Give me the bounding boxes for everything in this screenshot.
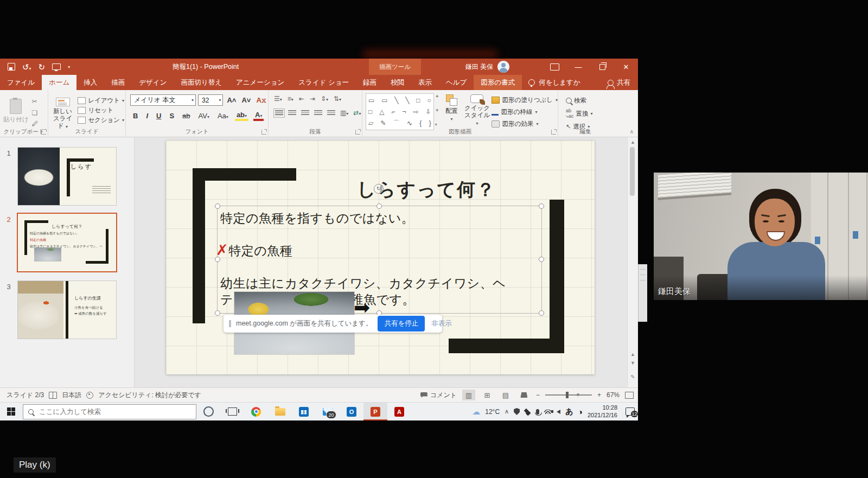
shadow-button[interactable]: S	[168, 112, 176, 120]
decrease-indent-button[interactable]: ⇤	[299, 95, 304, 103]
normal-view-button[interactable]: ▥	[462, 390, 475, 400]
microphone-icon[interactable]	[536, 409, 539, 415]
zoom-level[interactable]: 67%	[607, 391, 620, 399]
align-center-button[interactable]	[288, 110, 296, 116]
format-painter-icon[interactable]: 🖉	[32, 120, 39, 129]
slide-body-line1[interactable]: 特定の魚種を指すものではない。	[220, 210, 414, 227]
shape-outline-button[interactable]: 図形の枠線▾	[492, 106, 558, 117]
slide-sorter-view-button[interactable]: ⊞	[481, 390, 494, 400]
previous-slide-icon[interactable]: ▲▼	[628, 350, 638, 367]
shape-fill-button[interactable]: 図形の塗りつぶし▾	[492, 94, 558, 105]
ime-mode-indicator[interactable]: あ	[565, 407, 573, 417]
taskbar-search-box[interactable]	[23, 404, 196, 419]
resize-handle[interactable]	[539, 203, 544, 209]
redo-icon[interactable]: ↻	[39, 63, 46, 71]
reading-view-button[interactable]: ▤	[499, 390, 512, 400]
highlight-color-button[interactable]: ab▾	[235, 111, 248, 121]
network-icon[interactable]	[544, 409, 552, 414]
share-button[interactable]: 共有	[608, 75, 630, 90]
text-direction-button[interactable]: ⇅▾	[334, 95, 341, 103]
start-button[interactable]	[7, 407, 15, 416]
tab-review[interactable]: 校閲	[384, 75, 411, 90]
slide-body-line3[interactable]: 幼生は主にカタクチイワシ、カタクチイワシ、ヘ	[220, 275, 506, 292]
task-view-button[interactable]	[220, 403, 244, 420]
new-slide-button[interactable]: 新しいスライド ▾	[52, 93, 74, 130]
undo-icon[interactable]: ↺▾	[22, 63, 31, 71]
replace-button[interactable]: ab⤷ac置換▾	[566, 109, 612, 118]
tab-design[interactable]: デザイン	[132, 75, 174, 90]
font-dialog-launcher-icon[interactable]	[261, 130, 266, 135]
strikethrough-button[interactable]: ab	[181, 112, 192, 120]
fit-to-window-icon[interactable]	[625, 392, 634, 399]
avatar[interactable]	[497, 61, 509, 73]
shapes-gallery-scroll[interactable]: ▲▼▾	[435, 93, 439, 127]
comments-button[interactable]: コメント	[420, 391, 457, 400]
convert-smartart-button[interactable]: ⇄▾	[353, 109, 361, 117]
scrollbar-thumb[interactable]	[630, 147, 635, 196]
shapes-gallery[interactable]: ▭▭╲╲□○ □△⌐¬⇨⇩ ▱✎⌒∿{}	[366, 93, 434, 130]
hide-banner-button[interactable]: 非表示	[431, 319, 452, 328]
tab-record[interactable]: 録画	[356, 75, 384, 90]
change-case-button[interactable]: Aa▾	[216, 112, 230, 120]
slideshow-view-button[interactable]	[518, 390, 531, 400]
zoom-out-button[interactable]: −	[536, 391, 540, 399]
columns-button[interactable]: ▥▾	[340, 109, 348, 117]
numbering-button[interactable]: ≡▾	[288, 95, 293, 103]
zoom-slider[interactable]	[545, 394, 592, 396]
weather-icon[interactable]: ☁	[472, 407, 480, 417]
slide-thumbnail-2-selected[interactable]: しらすって何？ 特定の魚種を指すものではない。 特定の魚種 幼生は主にカタクチイ…	[18, 214, 116, 271]
cut-icon[interactable]: ✂	[32, 98, 39, 106]
shrink-font-button[interactable]: A˅	[240, 96, 252, 104]
section-button[interactable]: セクション▾	[78, 115, 124, 125]
speaker-icon[interactable]	[557, 410, 560, 414]
drawing-dialog-launcher-icon[interactable]	[551, 130, 556, 135]
tab-shape-format[interactable]: 図形の書式	[474, 75, 522, 90]
close-button[interactable]: ✕	[614, 59, 638, 75]
tab-transitions[interactable]: 画面切り替え	[174, 75, 229, 90]
accessibility-status[interactable]: アクセシビリティ: 検討が必要です	[98, 391, 201, 400]
slide-body-line2[interactable]: 特定の魚種	[228, 244, 292, 258]
restore-button[interactable]	[590, 59, 614, 75]
paragraph-dialog-launcher-icon[interactable]	[355, 130, 360, 135]
clear-formatting-button[interactable]: A𝚡	[254, 96, 268, 105]
line-spacing-button[interactable]: ⇕▾	[321, 95, 328, 103]
hidden-icons-chevron[interactable]: ∧	[505, 408, 509, 415]
webcam-video-tile[interactable]: 鎌田美保	[654, 173, 868, 300]
bold-button[interactable]: B	[131, 112, 139, 120]
taskbar-store[interactable]	[292, 403, 316, 420]
slide-canvas[interactable]: しらすって何？ ↻ 特定の魚種を指すものではない。 ✗特定の魚種 幼生は主にカタ…	[166, 141, 595, 374]
search-input[interactable]	[38, 407, 170, 416]
shape-effects-button[interactable]: 図形の効果▾	[492, 118, 558, 129]
taskbar-chrome[interactable]	[244, 403, 268, 420]
play-tooltip[interactable]: Play (k)	[14, 457, 56, 473]
next-slide-icon[interactable]: ✎	[628, 374, 638, 380]
quick-styles-button[interactable]: クイックスタイル ▾	[463, 90, 491, 127]
tab-insert[interactable]: 挿入	[76, 75, 104, 90]
reset-button[interactable]: リセット	[78, 105, 124, 115]
tell-me-box[interactable]: 何をしますか	[522, 75, 586, 90]
slide-body-line4-start[interactable]: テ	[220, 291, 233, 308]
increase-indent-button[interactable]: ⇥	[310, 95, 315, 103]
proofing-icon[interactable]	[49, 392, 57, 399]
find-button[interactable]: 検索	[566, 95, 612, 105]
font-size-combo[interactable]: 32▾	[198, 94, 223, 106]
collapse-ribbon-icon[interactable]: ∧	[630, 129, 634, 135]
tab-slideshow[interactable]: スライド ショー	[291, 75, 356, 90]
cortana-button[interactable]	[196, 403, 220, 420]
italic-button[interactable]: I	[144, 112, 150, 120]
scroll-up-icon[interactable]: ▲	[628, 139, 638, 145]
clipboard-dialog-launcher-icon[interactable]	[41, 130, 46, 135]
copy-icon[interactable]: ❏	[32, 109, 39, 118]
resize-handle[interactable]	[539, 257, 544, 262]
slide-scrollbar[interactable]: ▲ ▲▼ ✎	[627, 137, 638, 387]
taskbar-mail[interactable]: 20	[316, 403, 340, 420]
underline-button[interactable]: U	[155, 112, 163, 120]
ribbon-display-options-button[interactable]	[542, 59, 566, 75]
resize-handle[interactable]	[539, 310, 544, 316]
ime-icon[interactable]: ◑	[578, 408, 582, 416]
start-slideshow-icon[interactable]	[52, 63, 61, 70]
taskbar-file-explorer[interactable]	[268, 403, 292, 420]
taskbar-clock[interactable]: 10:282021/12/16	[588, 404, 617, 419]
defender-icon[interactable]	[514, 408, 520, 415]
tab-draw[interactable]: 描画	[104, 75, 132, 90]
